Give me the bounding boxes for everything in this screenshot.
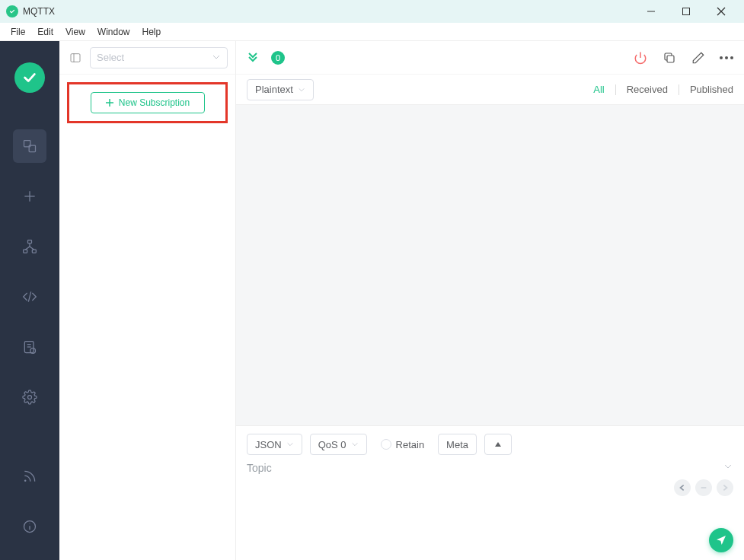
connection-select-placeholder: Select (97, 52, 212, 63)
menubar: File Edit View Window Help (0, 23, 744, 41)
app-logo-icon (6, 5, 18, 18)
new-subscription-label: New Subscription (119, 97, 190, 108)
send-icon (715, 534, 727, 546)
svg-rect-9 (24, 250, 27, 253)
svg-line-14 (28, 291, 30, 301)
disconnect-button[interactable] (633, 50, 648, 65)
svg-marker-30 (495, 442, 501, 447)
sidebar-item-topology[interactable] (13, 230, 46, 263)
edit-button[interactable] (691, 50, 706, 65)
chevron-down-icon (298, 86, 305, 94)
message-count-badge: 0 (271, 51, 285, 65)
panel-toggle-icon[interactable] (67, 49, 84, 66)
tab-all[interactable]: All (593, 84, 604, 95)
subscriptions-panel: Select New Subscription (59, 41, 236, 560)
message-format-select[interactable]: Plaintext (247, 79, 314, 100)
send-button[interactable] (709, 528, 733, 552)
maximize-button[interactable] (675, 1, 697, 22)
more-menu-button[interactable] (720, 56, 733, 59)
publish-panel: JSON QoS 0 Retain Meta (236, 425, 744, 560)
svg-rect-10 (32, 250, 36, 253)
meta-label: Meta (446, 439, 468, 450)
menu-view[interactable]: View (59, 25, 91, 39)
menu-window[interactable]: Window (91, 25, 136, 39)
message-filter-tabs: All Received Published (593, 84, 733, 95)
radio-icon (381, 439, 391, 450)
payload-format-select[interactable]: JSON (247, 434, 302, 455)
new-subscription-button[interactable]: New Subscription (91, 92, 205, 113)
menu-edit[interactable]: Edit (31, 25, 59, 39)
svg-line-13 (30, 247, 34, 250)
collapse-all-icon[interactable] (247, 51, 260, 65)
history-prev-button[interactable] (674, 479, 691, 496)
chevron-down-icon (723, 461, 733, 475)
topic-input-row[interactable]: Topic (247, 461, 733, 475)
highlight-annotation: New Subscription (67, 82, 228, 123)
messages-area (236, 105, 744, 425)
sidebar-logo-icon (14, 62, 45, 93)
tab-received[interactable]: Received (627, 84, 668, 95)
sidebar-item-rss[interactable] (13, 460, 46, 493)
main-toolbar: 0 (236, 41, 744, 75)
qos-label: QoS 0 (318, 439, 346, 450)
chevron-down-icon (286, 441, 294, 448)
plus-icon (105, 98, 114, 107)
main-panel: 0 Plaintext (236, 41, 744, 560)
svg-rect-8 (28, 240, 32, 243)
retain-label: Retain (396, 439, 425, 450)
app-title: MQTTX (23, 6, 640, 17)
topic-placeholder: Topic (247, 462, 723, 474)
titlebar: MQTTX (0, 0, 744, 23)
close-button[interactable] (710, 1, 732, 22)
sidebar-item-code[interactable] (13, 280, 46, 313)
message-format-label: Plaintext (255, 84, 293, 95)
payload-input[interactable] (247, 496, 733, 549)
menu-help[interactable]: Help (136, 25, 168, 39)
chevron-down-icon (212, 51, 221, 65)
payload-format-label: JSON (255, 439, 282, 450)
svg-point-19 (28, 396, 32, 399)
filter-row: Plaintext All Received Published (236, 75, 744, 105)
connection-select[interactable]: Select (90, 47, 228, 68)
svg-rect-1 (683, 8, 690, 15)
minimize-button[interactable] (640, 1, 662, 22)
collapse-publish-button[interactable] (484, 434, 512, 455)
triangle-up-icon (494, 441, 502, 448)
subscriptions-toolbar: Select (59, 41, 235, 75)
chevron-down-icon (351, 441, 359, 448)
svg-point-20 (24, 480, 27, 482)
history-next-button[interactable] (717, 479, 733, 496)
qos-select[interactable]: QoS 0 (310, 434, 367, 455)
retain-toggle[interactable]: Retain (375, 439, 431, 450)
sidebar-item-log[interactable] (13, 330, 46, 364)
new-window-button[interactable] (662, 50, 677, 65)
svg-line-12 (25, 247, 30, 250)
sidebar-item-settings[interactable] (13, 380, 46, 414)
svg-rect-29 (667, 56, 674, 62)
svg-rect-24 (71, 53, 80, 62)
sidebar (0, 41, 59, 560)
window-controls (640, 1, 738, 22)
sidebar-item-info[interactable] (13, 510, 46, 543)
sidebar-item-add[interactable] (13, 180, 46, 213)
tab-published[interactable]: Published (690, 84, 733, 95)
menu-file[interactable]: File (5, 25, 31, 39)
history-nav (247, 479, 733, 496)
meta-button[interactable]: Meta (438, 434, 477, 455)
sidebar-item-connections[interactable] (13, 129, 46, 163)
history-mid-button[interactable] (695, 479, 712, 496)
